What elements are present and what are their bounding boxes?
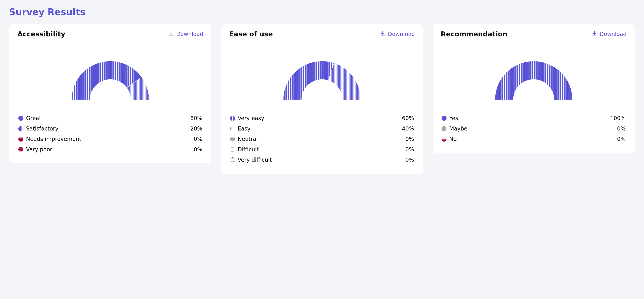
legend-label: Yes [449,115,607,121]
legend-swatch [18,137,23,142]
legend-value: 0% [617,126,626,132]
legend-swatch [442,137,446,142]
legend-swatch [230,126,235,131]
download-label: Download [388,31,415,37]
legend-value: 40% [402,126,414,132]
legend-row: Needs improvement 0% [18,136,202,142]
legend-row: Very difficult 0% [230,157,414,163]
legend-label: Very poor [26,146,191,153]
legend-row: No 0% [442,136,626,142]
legend-row: Satisfactory 20% [18,126,202,132]
legend: Very easy 60% Easy 40% Neutral 0% Diffic… [221,115,423,163]
svg-point-22 [442,116,446,121]
legend-swatch [18,126,23,131]
svg-point-21 [230,157,235,162]
legend-row: Difficult 0% [230,146,414,153]
gauge-chart [67,57,153,102]
gauge-wrap [9,43,212,111]
card-recommendation: Recommendation Download Yes 100% Maybe 0… [432,24,635,153]
legend-label: Maybe [449,126,614,132]
legend-label: Satisfactory [26,126,188,132]
legend-label: Easy [238,126,399,132]
legend-swatch [230,147,235,152]
svg-point-13 [18,116,23,121]
svg-point-16 [18,147,23,152]
legend-row: Very poor 0% [18,146,202,153]
gauge-slice [328,63,361,100]
card-title: Accessibility [18,30,65,38]
legend-value: 20% [190,126,202,132]
legend-row: Very easy 60% [230,115,414,121]
gauge-chart [491,57,577,102]
download-link[interactable]: Download [592,30,626,38]
legend: Yes 100% Maybe 0% No 0% [432,115,635,142]
card-title: Ease of use [229,30,273,38]
svg-point-15 [18,137,23,142]
legend-row: Maybe 0% [442,126,626,132]
download-icon [380,30,386,38]
legend-row: Yes 100% [442,115,626,121]
gauge-slice [495,61,572,100]
legend-row: Easy 40% [230,126,414,132]
legend-label: No [449,136,614,142]
legend-value: 0% [405,136,414,142]
legend-label: Needs improvement [26,136,191,142]
legend-value: 0% [405,157,414,163]
download-link[interactable]: Download [380,30,415,38]
card-title: Recommendation [441,30,507,38]
card-accessibility: Accessibility Download Great 80% Satisfa… [9,24,212,164]
legend-swatch [18,116,23,121]
legend-swatch [18,147,23,152]
legend-label: Very easy [238,115,399,121]
page-title: Survey Results [9,7,635,17]
card-header: Accessibility Download [9,24,212,43]
legend-label: Great [26,115,188,121]
legend-value: 0% [194,146,202,153]
legend-label: Difficult [238,146,403,153]
legend-value: 0% [194,136,202,142]
card-ease-of-use: Ease of use Download Very easy 60% Easy … [221,24,424,174]
svg-point-14 [18,126,23,131]
gauge-slice [283,61,334,100]
download-label: Download [176,31,203,37]
legend-label: Very difficult [238,157,403,163]
legend: Great 80% Satisfactory 20% Needs improve… [9,115,212,153]
svg-point-18 [230,126,235,131]
download-icon [168,30,174,38]
legend-row: Great 80% [18,115,202,121]
gauge-chart [279,57,365,102]
svg-point-24 [442,137,446,142]
download-icon [592,30,597,38]
legend-swatch [230,137,235,142]
svg-point-19 [230,137,235,142]
legend-row: Neutral 0% [230,136,414,142]
cards-row: Accessibility Download Great 80% Satisfa… [9,24,635,174]
svg-point-17 [230,116,235,121]
card-header: Recommendation Download [432,24,635,43]
legend-swatch [442,116,446,121]
legend-value: 100% [610,115,626,121]
download-link[interactable]: Download [168,30,203,38]
card-header: Ease of use Download [221,24,423,43]
svg-point-20 [230,147,235,152]
legend-swatch [442,126,446,131]
legend-swatch [230,116,235,121]
legend-value: 80% [190,115,202,121]
gauge-wrap [432,43,635,111]
gauge-wrap [221,43,423,111]
legend-swatch [230,157,235,162]
legend-value: 0% [405,146,414,153]
download-label: Download [600,31,626,37]
legend-label: Neutral [238,136,403,142]
svg-point-23 [442,126,446,131]
legend-value: 0% [617,136,626,142]
legend-value: 60% [402,115,414,121]
